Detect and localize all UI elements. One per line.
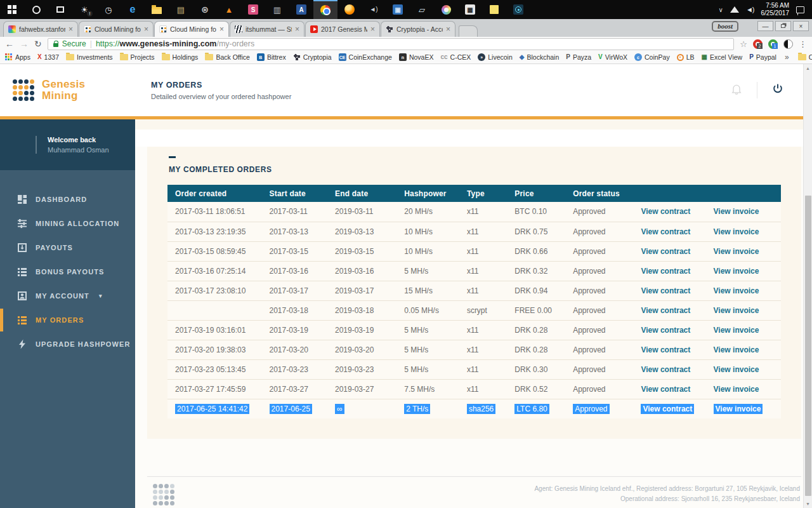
scrollbar-up-arrow[interactable]: ▲ [806,64,810,72]
other-bookmarks-button[interactable]: Other bookmarks [798,53,812,61]
view-invoice-link[interactable]: View invoice [714,306,759,315]
edge-icon[interactable]: e [121,0,145,19]
bookmark-1337[interactable]: X1337 [37,53,59,61]
sidebar-item-mining-allocation[interactable]: MINING ALLOCATION [0,211,135,236]
scrollbar-thumb[interactable] [805,196,811,496]
view-contract-link[interactable]: View contract [641,385,690,394]
wifi-icon[interactable] [730,6,739,13]
volume-icon[interactable]: ◄) [746,6,754,13]
task-view-button[interactable] [48,0,72,19]
bookmark-cryptopia[interactable]: Cryptopia [293,53,332,61]
scrollbar-down-arrow[interactable]: ▼ [806,500,810,508]
flux-icon[interactable]: ☀! [72,0,96,19]
collapse-section-control[interactable] [169,156,176,158]
bookmark-virwox[interactable]: VVirWoX [598,53,627,61]
tab-cloud-mining-for-bitcoin[interactable]: Cloud Mining for Bitcoin× [154,21,229,37]
view-contract-link[interactable]: View contract [641,306,690,315]
bookmark-apps[interactable]: Apps [5,53,30,61]
bookmark-star-icon[interactable]: ☆ [740,39,747,49]
view-contract-link[interactable]: View contract [641,286,690,295]
page-scrollbar[interactable]: ▲ ▼ [803,64,812,508]
forward-button[interactable]: → [20,39,29,48]
tab-close-icon[interactable]: × [69,25,73,33]
darkmode-extension-icon[interactable] [783,39,793,49]
tab-cryptopia-account[interactable]: Cryptopia - Account× [381,21,455,37]
restore-button[interactable] [775,21,791,31]
notifications-bell-icon[interactable] [730,83,743,98]
bookmark-excel-view[interactable]: ▦Excel View [702,53,743,61]
view-invoice-link[interactable]: View invoice [714,385,759,394]
view-contract-link[interactable]: View contract [641,345,690,354]
bookmark-novaex[interactable]: nNovaEX [399,53,434,61]
bookmarks-overflow-chevron[interactable]: » [785,53,789,62]
sidebar-item-upgrade-hashpower[interactable]: UPGRADE HASHPOWER [0,332,135,356]
view-invoice-link[interactable]: View invoice [714,326,759,335]
bookmark-projects[interactable]: Projects [120,53,155,61]
view-contract-link[interactable]: View contract [641,227,690,236]
extension-green-icon[interactable]: 1 [768,39,778,49]
view-invoice-link[interactable]: View invoice [714,207,759,216]
action-center-icon[interactable] [796,6,804,13]
view-invoice-link[interactable]: View invoice [714,345,759,354]
start-button[interactable] [0,0,24,19]
chrome-icon[interactable] [313,0,337,19]
settings-gear-icon[interactable]: ⊛ [193,0,217,19]
tab-close-icon[interactable]: × [295,25,299,33]
database-app-icon[interactable]: ▤ [169,0,193,19]
view-invoice-link[interactable]: View invoice [714,404,763,414]
address-bar[interactable]: Secure | https://www.genesis-mining.com/… [48,38,735,50]
view-invoice-link[interactable]: View invoice [714,286,759,295]
tab-close-icon[interactable]: × [144,25,148,33]
tab-2017-genesis-mining-go[interactable]: 2017 Genesis Mining /Go× [305,21,380,37]
calculator-app-icon[interactable]: ▦ [458,0,482,19]
speaker-app-icon[interactable]: ◄) [362,0,386,19]
tab-cloud-mining-for-bitcoin[interactable]: Cloud Mining for Bitcoin× [79,21,154,37]
tray-chevron-icon[interactable]: ∨ [719,6,723,13]
back-button[interactable]: ← [5,39,14,48]
bookmark-paypal[interactable]: PPaypal [749,53,776,61]
view-invoice-link[interactable]: View invoice [714,227,759,236]
bookmark-blockchain[interactable]: ◆Blockchain [520,53,559,61]
bookmark-livecoin[interactable]: »Livecoin [478,53,513,61]
sidebar-item-dashboard[interactable]: DASHBOARD [0,187,135,211]
sidebar-item-bonus-payouts[interactable]: BONUS PAYOUTS [0,260,135,284]
tab-close-icon[interactable]: × [446,25,450,33]
genesis-logo[interactable]: Genesis Mining [0,79,151,102]
view-contract-link[interactable]: View contract [641,267,690,276]
tab-itshummat-steemit[interactable]: itshummat — Steemit× [230,21,304,37]
view-contract-link[interactable]: View contract [641,326,690,335]
word-a-app-icon[interactable]: A [289,0,313,19]
view-contract-link[interactable]: View contract [641,207,690,216]
bookmark-holdings[interactable]: Holdings [162,53,199,61]
tab-close-icon[interactable]: × [219,25,224,33]
paint-app-icon[interactable] [434,0,458,19]
minimize-button[interactable]: — [757,21,773,31]
vlc-icon[interactable]: ▲ [217,0,241,19]
refresh-button[interactable]: ↻ [34,39,42,48]
firefox-icon[interactable] [337,0,362,19]
bookmark-bittrex[interactable]: BBittrex [257,53,286,61]
browser-menu-icon[interactable]: ⋮ [799,39,807,49]
s-app-icon[interactable]: S [241,0,265,19]
react-devtools-icon[interactable] [506,0,530,19]
bookmark-payza[interactable]: PPayza [566,53,591,61]
file-explorer-icon[interactable] [145,0,169,19]
sidebar-item-payouts[interactable]: PAYOUTS [0,236,135,260]
bookmark-back-office[interactable]: Back Office [205,53,250,61]
view-invoice-link[interactable]: View invoice [714,365,759,374]
money-app-icon[interactable]: ▥ [265,0,289,19]
sidebar-item-my-account[interactable]: MY ACCOUNT▾ [0,284,135,308]
tab-close-icon[interactable]: × [370,25,375,33]
tab-fahwebx-stanford-edu-na[interactable]: fahwebx.stanford.edu/na× [3,21,78,37]
bookmark-lb[interactable]: LB [677,53,695,61]
close-button[interactable]: × [793,21,809,31]
new-tab-button[interactable] [459,25,478,37]
bookmark-investments[interactable]: Investments [66,53,113,61]
bookmark-c-cex[interactable]: ccC-CEX [440,53,471,61]
alarms-clock-icon[interactable]: ◷ [96,0,121,19]
sticky-notes-icon[interactable] [482,0,506,19]
cortana-search-button[interactable] [24,0,48,19]
notepad-app-icon[interactable]: ▱ [410,0,434,19]
view-invoice-link[interactable]: View invoice [714,267,759,276]
logout-power-icon[interactable] [771,83,784,98]
